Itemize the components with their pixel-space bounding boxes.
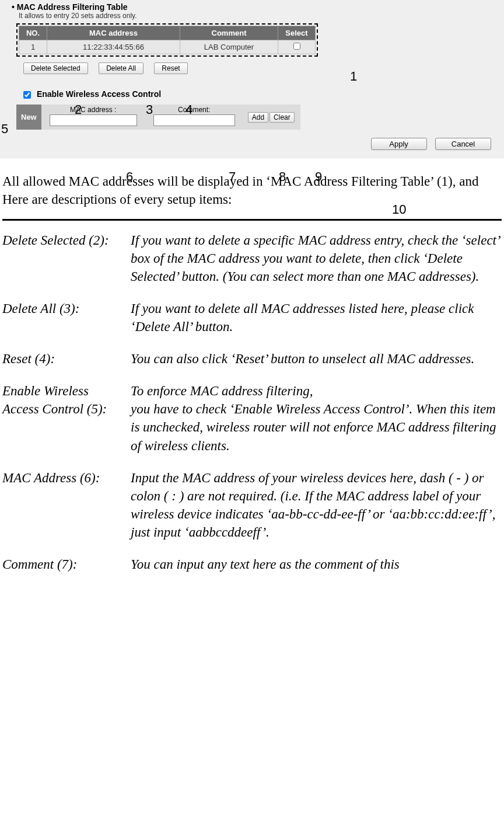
cell-comment: LAB Computer xyxy=(180,40,278,54)
enable-access-control-label: Enable Wireless Access Control xyxy=(37,89,161,99)
section-subtitle: It allows to entry 20 sets address only. xyxy=(19,12,498,20)
new-label: New xyxy=(16,105,41,130)
reset-button[interactable]: Reset xyxy=(154,62,187,74)
intro-paragraph: All allowed MAC addresses will be displa… xyxy=(2,172,502,208)
desc-text: To enforce MAC address filtering, you ha… xyxy=(131,382,502,468)
router-ui-screenshot: MAC Address Filtering Table It allows to… xyxy=(0,0,504,158)
desc-row: MAC Address (6): Input the MAC address o… xyxy=(2,469,502,555)
desc-row: Reset (4): You can also click ‘Reset’ bu… xyxy=(2,350,502,382)
cell-select xyxy=(278,40,316,54)
clear-button[interactable]: Clear xyxy=(270,112,295,123)
table-row: 1 11:22:33:44:55:66 LAB Computer xyxy=(19,40,316,54)
descriptions-table: Delete Selected (2): If you want to dele… xyxy=(2,231,502,573)
annotation-10: 10 xyxy=(392,202,406,217)
annotation-9: 9 xyxy=(315,169,322,185)
apply-cancel-row: Apply Cancel xyxy=(6,130,498,152)
desc-row: Delete Selected (2): If you want to dele… xyxy=(2,231,502,300)
desc-term: Reset (4): xyxy=(2,350,131,382)
cancel-button[interactable]: Cancel xyxy=(435,138,491,150)
desc-text: You can also click ‘Reset’ button to uns… xyxy=(131,350,502,382)
desc-text: Input the MAC address of your wireless d… xyxy=(131,469,502,555)
annotation-2: 2 xyxy=(75,102,82,117)
row-select-checkbox[interactable] xyxy=(293,43,300,50)
annotation-8: 8 xyxy=(279,169,286,185)
enable-access-control-checkbox[interactable] xyxy=(23,91,31,99)
desc-text: If you want to delete all MAC addresses … xyxy=(131,300,502,350)
cell-mac: 11:22:33:44:55:66 xyxy=(47,40,180,54)
new-comment-field-group: Comment: xyxy=(145,105,243,130)
table-button-row: Delete Selected Delete All Reset xyxy=(23,62,498,74)
apply-button[interactable]: Apply xyxy=(371,138,427,150)
mac-address-input[interactable] xyxy=(50,114,137,126)
desc-row: Enable Wireless Access Control (5): To e… xyxy=(2,382,502,468)
desc-row: Delete All (3): If you want to delete al… xyxy=(2,300,502,350)
delete-selected-button[interactable]: Delete Selected xyxy=(23,62,88,74)
annotation-7: 7 xyxy=(229,169,236,185)
comment-input[interactable] xyxy=(153,114,235,126)
desc-text: You can input any text here as the comme… xyxy=(131,555,502,573)
annotation-5: 5 xyxy=(1,121,8,137)
new-comment-label: Comment: xyxy=(178,106,210,114)
delete-all-button[interactable]: Delete All xyxy=(99,62,144,74)
desc-row: Comment (7): You can input any text here… xyxy=(2,555,502,573)
col-select: Select xyxy=(278,26,316,40)
annotation-4: 4 xyxy=(186,102,192,117)
desc-term: Delete Selected (2): xyxy=(2,231,131,300)
add-button[interactable]: Add xyxy=(248,112,268,123)
annotation-6: 6 xyxy=(126,169,133,185)
enable-access-control-row: Enable Wireless Access Control xyxy=(23,89,498,99)
filtering-table-highlight: NO. MAC address Comment Select 1 11:22:3… xyxy=(16,23,318,57)
desc-term: Enable Wireless Access Control (5): xyxy=(2,382,131,468)
mac-filter-table: NO. MAC address Comment Select 1 11:22:3… xyxy=(19,26,316,54)
desc-term: MAC Address (6): xyxy=(2,469,131,555)
cell-no: 1 xyxy=(19,40,47,54)
desc-text: If you want to delete a specific MAC add… xyxy=(131,231,502,300)
new-entry-buttons: Add Clear xyxy=(243,105,300,130)
col-no: NO. xyxy=(19,26,47,40)
section-title: MAC Address Filtering Table xyxy=(12,2,498,12)
new-mac-field-group: MAC address : xyxy=(41,105,145,130)
annotation-3: 3 xyxy=(146,102,153,117)
desc-term: Delete All (3): xyxy=(2,300,131,350)
desc-term: Comment (7): xyxy=(2,555,131,573)
col-comment: Comment xyxy=(180,26,278,40)
annotation-1: 1 xyxy=(350,69,357,84)
divider xyxy=(2,219,502,221)
col-mac: MAC address xyxy=(47,26,180,40)
new-entry-row: New MAC address : Comment: Add Clear xyxy=(16,105,498,130)
